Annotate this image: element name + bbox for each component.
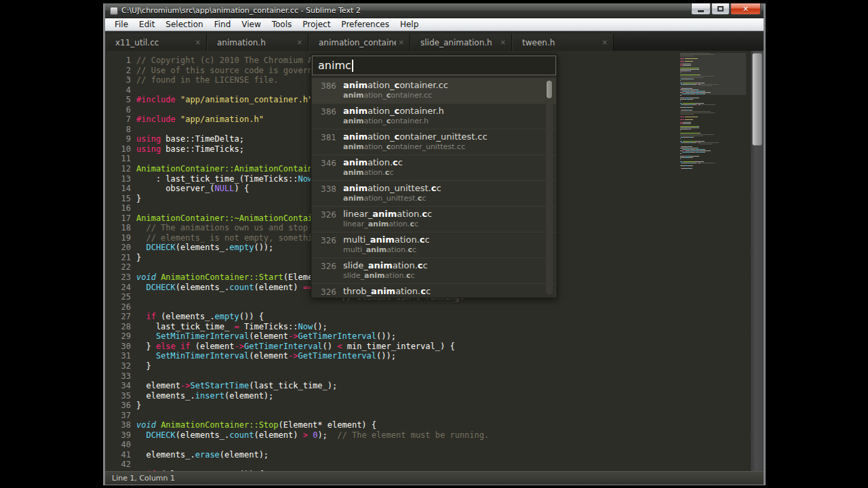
tab-close-icon[interactable]: × <box>297 39 302 46</box>
line-text: element->SetStartTime(last_tick_time_); <box>136 381 337 391</box>
tab-slide_animation.h[interactable]: slide_animation.h× <box>410 34 512 51</box>
goto-result-item[interactable]: 326linear_animation.cclinear_animation.c… <box>312 207 556 232</box>
tab-animation_container.h[interactable]: animation_container.h× <box>309 34 410 51</box>
line-number: 16 <box>105 203 139 214</box>
minimap-line <box>680 145 746 146</box>
goto-result-item[interactable]: 386animation_container.hanimation_contai… <box>312 104 556 129</box>
menu-item-edit[interactable]: Edit <box>134 19 160 30</box>
result-filename: throb_animation.cc <box>343 286 431 296</box>
code-line[interactable]: 30 } else if (element->GetTimerInterval(… <box>105 342 764 352</box>
line-text: : last_tick_time_(TimeTicks::Now()), <box>136 174 332 184</box>
minimap-line <box>680 122 746 123</box>
match-score: 338 <box>316 183 336 206</box>
minimap-line <box>680 157 746 158</box>
vertical-scrollbar[interactable] <box>750 51 764 471</box>
minimize-button[interactable] <box>691 3 711 15</box>
editor-area[interactable]: 1// Copyright (c) 2010 The Chromium Auth… <box>105 51 764 471</box>
code-line[interactable]: 40 <box>105 440 764 450</box>
scrollbar-thumb[interactable] <box>752 53 762 146</box>
minimap-line <box>680 111 746 112</box>
line-text: elements_.erase(element); <box>136 450 269 460</box>
tab-close-icon[interactable]: × <box>195 39 201 46</box>
code-line[interactable]: 42 <box>105 460 764 470</box>
line-text: using base::TimeDelta; <box>136 134 244 144</box>
minimap[interactable] <box>680 53 746 471</box>
line-number: 18 <box>105 223 139 233</box>
close-button[interactable]: ✕ <box>730 3 761 15</box>
line-number: 24 <box>105 283 139 293</box>
minimap-line <box>680 150 746 151</box>
result-text: animation.ccanimation.cc <box>343 157 403 180</box>
minimap-line <box>680 136 746 136</box>
minimap-line <box>680 130 746 131</box>
code-line[interactable]: 37 <box>105 411 764 421</box>
line-number: 41 <box>105 450 139 460</box>
code-line[interactable]: 38void AnimationContainer::Stop(Element*… <box>105 420 764 430</box>
goto-result-item[interactable]: 326throb_animation.ccthrob_animation.cc <box>312 284 556 298</box>
line-text: #include "app/animation.h" <box>136 115 264 125</box>
code-line[interactable]: 43 if (elements_.empty()) { <box>105 470 764 471</box>
line-text: if (elements_.empty()) { <box>136 470 264 471</box>
menu-item-find[interactable]: Find <box>209 19 237 30</box>
minimap-line <box>680 156 746 157</box>
code-line[interactable]: 39 DCHECK(elements_.count(element) > 0);… <box>105 430 764 441</box>
code-line[interactable]: 29 SetMinTimerInterval(element->GetTimer… <box>105 331 764 342</box>
code-line[interactable]: 34 element->SetStartTime(last_tick_time_… <box>105 381 764 391</box>
line-number: 1 <box>105 56 139 66</box>
code-line[interactable]: 36} <box>105 401 764 411</box>
goto-anything-input[interactable]: animc <box>312 56 556 75</box>
line-text: last_tick_time_ = TimeTicks::Now(); <box>136 322 328 332</box>
menu-item-file[interactable]: File <box>109 19 134 30</box>
goto-result-item[interactable]: 338animation_unittest.ccanimation_unitte… <box>312 181 556 207</box>
code-line[interactable]: 32 } <box>105 361 764 371</box>
code-line[interactable]: 28 last_tick_time_ = TimeTicks::Now(); <box>105 322 764 332</box>
title-bar[interactable]: C:\UJ\chromium\src\app\animation_contain… <box>105 3 764 18</box>
goto-result-item[interactable]: 386animation_container.ccanimation_conta… <box>312 78 556 104</box>
goto-result-item[interactable]: 346animation.ccanimation.cc <box>312 155 556 181</box>
result-path: animation_container_unittest.cc <box>343 142 488 151</box>
goto-result-item[interactable]: 381animation_container_unittest.ccanimat… <box>312 129 556 155</box>
goto-result-item[interactable]: 326multi_animation.ccmulti_animation.cc <box>312 232 556 258</box>
tab-close-icon[interactable]: × <box>399 39 404 46</box>
maximize-button[interactable] <box>711 3 730 15</box>
goto-result-item[interactable]: 326slide_animation.ccslide_animation.cc <box>312 258 556 284</box>
result-path: animation_unittest.cc <box>343 194 441 203</box>
tab-label: animation.h <box>217 38 294 47</box>
minimap-line <box>680 142 746 143</box>
code-line[interactable]: 41 elements_.erase(element); <box>105 450 764 460</box>
minimap-line <box>680 96 746 97</box>
minimap-line <box>680 148 746 148</box>
window-icon <box>110 7 118 15</box>
line-text: elements_.insert(element); <box>136 391 273 401</box>
tab-close-icon[interactable]: × <box>500 39 506 46</box>
line-text: } <box>136 401 141 411</box>
minimap-line <box>680 144 746 144</box>
result-filename: animation_container.h <box>343 106 444 116</box>
minimap-line <box>680 108 746 109</box>
code-line[interactable]: 35 elements_.insert(element); <box>105 391 764 401</box>
panel-scrollbar-thumb[interactable] <box>547 81 552 98</box>
tab-close-icon[interactable]: × <box>602 39 608 46</box>
menu-item-preferences[interactable]: Preferences <box>336 19 395 30</box>
match-score: 326 <box>316 286 336 298</box>
line-number: 42 <box>105 460 139 470</box>
tab-tween.h[interactable]: tween.h× <box>512 34 614 51</box>
panel-scrollbar[interactable] <box>546 79 553 295</box>
tab-x11_util.cc[interactable]: x11_util.cc× <box>105 34 207 51</box>
code-line[interactable]: 31 SetMinTimerInterval(element->GetTimer… <box>105 351 764 361</box>
menu-item-selection[interactable]: Selection <box>160 19 208 30</box>
minimap-line <box>680 140 746 140</box>
minimap-line <box>680 160 746 161</box>
code-line[interactable]: 27 if (elements_.empty()) { <box>105 312 764 322</box>
code-line[interactable]: 33 <box>105 371 764 382</box>
menu-item-project[interactable]: Project <box>297 19 336 30</box>
minimap-line <box>680 149 746 150</box>
menu-item-help[interactable]: Help <box>395 19 424 30</box>
line-text: } else if (element->GetTimerInterval() <… <box>136 342 455 352</box>
tab-animation.h[interactable]: animation.h× <box>207 34 309 51</box>
line-number: 33 <box>105 371 139 382</box>
menu-item-view[interactable]: View <box>236 19 266 30</box>
menu-item-tools[interactable]: Tools <box>267 19 298 30</box>
minimap-line <box>680 98 746 98</box>
code-line[interactable]: 26 <box>105 302 764 312</box>
